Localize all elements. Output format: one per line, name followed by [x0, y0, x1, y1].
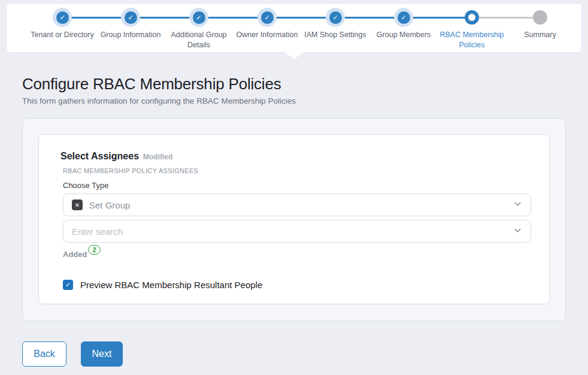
stepper-step-6[interactable]: ✓ Group Members: [369, 7, 438, 50]
assignee-search-box[interactable]: [63, 220, 531, 243]
wizard-stepper: ✓ Tenant or Directory ✓ Group Informatio…: [7, 4, 581, 50]
added-label: Added: [63, 250, 87, 259]
check-icon: ✓: [329, 11, 342, 24]
step-active-dot: [465, 10, 479, 25]
check-icon: ✓: [398, 11, 410, 24]
step-complete-halo: ✓: [257, 8, 277, 27]
page-title: Configure RBAC Membership Policies: [22, 75, 588, 93]
step-label: Summary: [506, 30, 574, 40]
stepper-step-8[interactable]: Summary: [506, 7, 574, 50]
check-icon: ✓: [261, 11, 274, 24]
step-label: Group Members: [369, 30, 438, 40]
step-label: Tenant or Directory: [28, 30, 96, 40]
check-icon: ✓: [125, 11, 137, 24]
check-icon: ✓: [193, 11, 205, 24]
preview-checkbox-label: Preview RBAC Membership Resultant People: [80, 280, 262, 290]
step-complete-halo: ✓: [394, 8, 413, 27]
page-subtitle: This form gathers information for config…: [22, 96, 588, 105]
chevron-down-icon[interactable]: [513, 199, 522, 211]
step-complete-halo: ✓: [326, 8, 345, 27]
step-label: RBAC Membership Policies: [438, 30, 506, 50]
assignees-card: Select Assignees Modified RBAC MEMBERSHI…: [38, 134, 550, 304]
chevron-down-icon[interactable]: [513, 226, 522, 237]
back-button[interactable]: Back: [22, 341, 66, 367]
stepper-step-1[interactable]: ✓ Tenant or Directory: [28, 7, 96, 50]
wizard-stepper-card: ✓ Tenant or Directory ✓ Group Informatio…: [6, 3, 582, 53]
step-label: IAM Shop Settings: [301, 30, 369, 40]
next-button[interactable]: Next: [81, 341, 123, 367]
stepper-step-2[interactable]: ✓ Group Information: [96, 7, 165, 50]
section-title: Select Assignees: [60, 151, 139, 162]
step-complete-halo: ✓: [53, 8, 72, 27]
modified-badge: Modified: [143, 153, 172, 161]
added-count-badge: 2: [88, 245, 100, 255]
form-panel: Select Assignees Modified RBAC MEMBERSHI…: [22, 118, 566, 321]
step-complete-halo: ✓: [189, 8, 208, 27]
stepper-step-7[interactable]: RBAC Membership Policies: [438, 7, 506, 50]
step-label: Group Information: [96, 30, 165, 40]
stepper-step-3[interactable]: ✓ Additional Group Details: [165, 7, 233, 50]
stepper-step-5[interactable]: ✓ IAM Shop Settings: [301, 7, 369, 50]
stepper-notch-pointer: [284, 52, 304, 59]
preview-checkbox[interactable]: ✓: [63, 280, 73, 290]
selected-type-tag: Set Group: [89, 200, 130, 210]
choose-type-label: Choose Type: [63, 181, 528, 190]
check-icon: ✓: [56, 11, 69, 24]
assignees-group-label: RBAC MEMBERSHIP POLICY ASSIGNEES: [63, 167, 528, 174]
stepper-step-4[interactable]: ✓ Owner Information: [233, 7, 301, 50]
type-select[interactable]: ✕ Set Group: [63, 193, 531, 216]
step-label: Owner Information: [233, 30, 301, 40]
check-icon: ✓: [65, 281, 71, 289]
search-input[interactable]: [72, 226, 513, 237]
step-label: Additional Group Details: [165, 30, 233, 50]
step-complete-halo: ✓: [121, 8, 140, 27]
step-upcoming-dot: [533, 10, 547, 25]
remove-tag-icon[interactable]: ✕: [72, 199, 83, 210]
